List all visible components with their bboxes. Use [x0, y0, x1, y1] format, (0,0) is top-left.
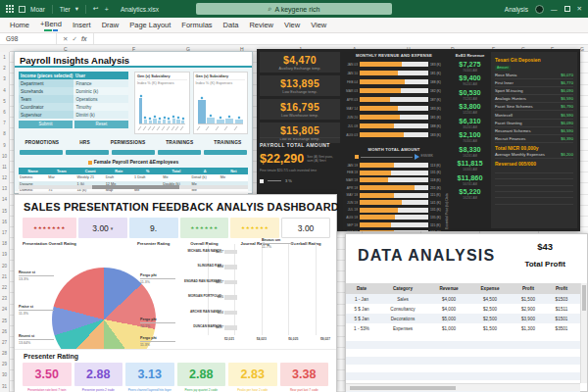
row-number[interactable]: 7 [0, 118, 9, 128]
row-number[interactable]: 16 [0, 217, 9, 227]
row-number[interactable]: 25 [0, 316, 9, 326]
form-value[interactable]: Dominic (k) [74, 87, 129, 95]
name-box[interactable]: G98 [0, 33, 57, 44]
feedback-card[interactable]: ★★★★★★★Presentation Overall Rating [23, 218, 76, 247]
slider-track[interactable] [361, 157, 413, 158]
payroll-nav-link[interactable] [20, 150, 63, 155]
ribbon-tab-page-layout[interactable]: Page Layout [129, 21, 171, 29]
ribbon-tab-colored[interactable]: +Bend [40, 20, 62, 31]
reset-button[interactable]: Reset [74, 121, 128, 128]
range-slider[interactable]: ESS/WK [355, 154, 433, 160]
mini-control[interactable]: 3 % [260, 178, 340, 183]
row-number[interactable]: 10 [0, 151, 9, 162]
row-number[interactable]: 11 [0, 162, 9, 172]
row-number[interactable]: 27 [0, 337, 9, 348]
presenter-rating-card[interactable]: 2.88Presenter points 2 trade [74, 363, 123, 392]
row-number[interactable]: 26 [0, 326, 9, 337]
row-number[interactable]: 15 [0, 206, 9, 217]
analysis-hscrollbar[interactable] [346, 383, 580, 391]
ribbon-tab-draw[interactable]: Draw [102, 21, 120, 29]
feedback-card-box[interactable]: 3.00▾ [78, 218, 127, 238]
row-number[interactable]: 22 [0, 282, 9, 293]
row-number[interactable]: 30 [0, 369, 9, 380]
payroll-nav-item[interactable]: PERMISSIONS [111, 140, 146, 145]
scroll-thumb[interactable] [350, 386, 456, 390]
row-number[interactable]: 8 [0, 128, 9, 139]
redo-icon[interactable]: ＋ [103, 5, 110, 14]
payroll-nav-link[interactable] [112, 150, 155, 155]
form-value[interactable]: Finance [74, 79, 129, 87]
payroll-nav-item[interactable]: HRS [79, 140, 90, 145]
feedback-card[interactable]: ★★★★★★Overall Rating [180, 218, 229, 247]
avatar[interactable] [535, 5, 544, 14]
row-number[interactable]: 28 [0, 348, 9, 359]
app-launcher-icon[interactable] [6, 5, 14, 13]
slider-line[interactable] [268, 180, 281, 181]
row-number[interactable]: 1 [0, 52, 9, 63]
presenter-rating-card[interactable]: 3.13Peers channel layered hits foyer [125, 363, 174, 392]
payroll-nav-item[interactable]: PROMOTIONS [24, 140, 59, 145]
chevron-down-icon[interactable]: ▾ [111, 225, 114, 231]
row-number[interactable]: 21 [0, 271, 9, 282]
payroll-nav-item[interactable]: TRAININGS [166, 140, 193, 145]
feedback-card-box[interactable]: ★★★★★★ [180, 218, 229, 238]
feedback-card-box[interactable]: 3.00 [281, 218, 330, 238]
row-number[interactable]: 23 [0, 293, 9, 304]
payroll-hscrollbar[interactable] [19, 185, 248, 189]
account-label[interactable]: Analysis [505, 6, 528, 13]
form-value[interactable]: Timothy [74, 103, 129, 111]
row-number[interactable]: 24 [0, 304, 9, 315]
form-value[interactable]: Dimitri (k) [74, 111, 129, 119]
row-number[interactable]: 13 [0, 183, 9, 194]
formula-button[interactable]: ✕ [63, 35, 68, 43]
slider-arrow-icon[interactable] [415, 154, 419, 160]
document-pin-label[interactable]: Tier [60, 6, 71, 13]
formula-button[interactable]: fx [81, 35, 87, 42]
maximize-button[interactable] [564, 6, 570, 12]
row-number[interactable]: 12 [0, 172, 9, 183]
row-number[interactable]: 14 [0, 194, 9, 205]
row-number[interactable]: 19 [0, 249, 9, 260]
undo-icon[interactable]: ↩ [93, 5, 98, 13]
payroll-nav-link[interactable] [204, 150, 247, 155]
formula-button[interactable]: ✓ [72, 35, 76, 43]
payroll-nav-item[interactable]: TRAININGS [214, 140, 241, 145]
chevron-down-icon[interactable]: ▾ [75, 5, 78, 13]
ribbon-tab-view[interactable]: View [311, 21, 326, 29]
ribbon-tab-view[interactable]: View [284, 21, 300, 29]
row-number[interactable]: 20 [0, 261, 9, 271]
minimize-button[interactable]: — [551, 6, 558, 13]
ribbon-tab-formulas[interactable]: Formulas [181, 21, 212, 29]
save-icon[interactable] [19, 6, 25, 13]
scroll-thumb[interactable] [92, 185, 179, 189]
feedback-card-box[interactable]: 9. [129, 218, 178, 238]
ribbon-tab-data[interactable]: Data [223, 21, 239, 29]
row-number[interactable]: 4 [0, 85, 9, 96]
presenter-rating-card[interactable]: 3.38Rear part last 7 code [280, 363, 329, 392]
payroll-nav-link[interactable] [66, 150, 109, 155]
payroll-nav-link[interactable] [158, 150, 201, 155]
ribbon-tab-insert[interactable]: Insert [73, 21, 91, 29]
feedback-card-box[interactable]: ★★★★★★★ [23, 218, 76, 238]
row-number[interactable]: 18 [0, 238, 9, 249]
presenter-rating-card[interactable]: 3.50Presentation rate best 7 twin [23, 363, 72, 392]
ribbon-tab-home[interactable]: Home [10, 21, 29, 29]
analysis-vscrollbar[interactable] [580, 283, 587, 383]
autosave-toggle[interactable]: Moar [30, 6, 45, 13]
row-number[interactable]: 3 [0, 74, 9, 84]
scroll-thumb[interactable] [582, 285, 586, 311]
submit-button[interactable]: Submit [19, 121, 73, 128]
search-box[interactable]: ⌕ A keygene rich [196, 3, 392, 15]
feedback-card[interactable]: 3.00▾ [78, 218, 127, 247]
row-number[interactable]: 2 [0, 63, 9, 74]
presenter-rating-card[interactable]: 2.88Peers jay quartet 2 code [177, 363, 226, 392]
presenter-rating-card[interactable]: 2.83Peaks per hour 2 code [228, 363, 277, 392]
row-number[interactable]: 5 [0, 96, 9, 107]
column-header[interactable]: G [580, 46, 584, 52]
row-number[interactable]: 29 [0, 359, 9, 369]
feedback-card[interactable]: 9.Presenter Rating [129, 218, 178, 247]
close-button[interactable]: ✕ [577, 5, 582, 13]
stop-icon[interactable] [260, 179, 264, 183]
row-number[interactable]: 31 [0, 381, 9, 392]
row-number[interactable]: 17 [0, 227, 9, 238]
